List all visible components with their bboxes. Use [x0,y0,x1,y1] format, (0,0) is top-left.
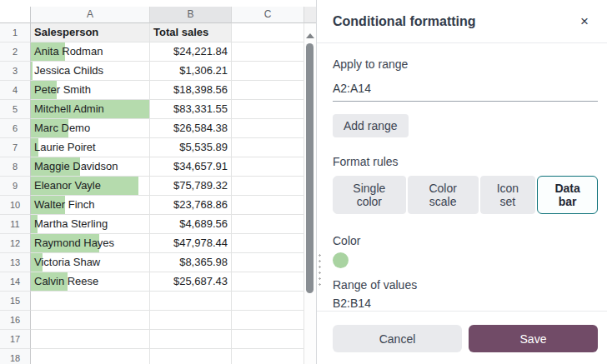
apply-to-range-input[interactable]: A2:A14 [333,82,598,102]
vertical-scrollbar[interactable] [304,7,316,364]
cell-c18[interactable] [232,349,304,364]
cell-c3[interactable] [232,62,304,81]
cell-b15[interactable] [150,292,232,311]
cell-b3[interactable]: $1,306.21 [150,62,232,81]
cell-a12[interactable]: Raymond Hayes [31,234,150,253]
cell-a2[interactable]: Anita Rodman [31,42,150,62]
cell-c6[interactable] [232,119,304,138]
add-range-button[interactable]: Add range [333,114,409,137]
cell-b14[interactable]: $25,687.43 [150,272,232,292]
row-number[interactable]: 9 [0,177,31,196]
cell-a18[interactable] [31,349,150,364]
column-header-c[interactable]: C [232,7,304,23]
cell-b18[interactable] [150,349,232,364]
cell-a6[interactable]: Marc Demo [31,119,150,138]
cell-c4[interactable] [232,81,304,100]
salesperson-name: Peter Smith [34,83,91,96]
cell-a16[interactable] [31,311,150,330]
cell-c5[interactable] [232,100,304,119]
cell-b6[interactable]: $26,584.38 [150,119,232,138]
cell-b13[interactable]: $8,365.98 [150,253,232,272]
save-button[interactable]: Save [469,325,598,352]
cell-a11[interactable]: Martha Sterling [31,215,150,234]
row-number[interactable]: 10 [0,196,31,215]
row-number[interactable]: 8 [0,157,31,177]
cell-a3[interactable]: Jessica Childs [31,62,150,81]
scrollbar-thumb[interactable] [306,43,314,293]
panel-header: Conditional formatting × [317,0,607,43]
cell-a15[interactable] [31,292,150,311]
cancel-button[interactable]: Cancel [333,325,462,352]
row-number[interactable]: 7 [0,138,31,157]
salesperson-name: Calvin Reese [34,275,98,287]
cell-c17[interactable] [232,330,304,349]
cell-b11[interactable]: $4,689.56 [150,215,232,234]
cell-b7[interactable]: $5,535.89 [150,138,232,157]
cell-a5[interactable]: Mitchell Admin [31,100,150,119]
cell-c16[interactable] [232,311,304,330]
cell-b12[interactable]: $47,978.44 [150,234,232,253]
row-number[interactable]: 12 [0,234,31,253]
cell-b10[interactable]: $23,768.86 [150,196,232,215]
tab-single-color[interactable]: Single color [333,176,406,214]
tab-data-bar[interactable]: Data bar [537,176,598,214]
cell-a13[interactable]: Victoria Shaw [31,253,150,272]
row-number[interactable]: 16 [0,311,31,330]
cell-a4[interactable]: Peter Smith [31,81,150,100]
format-rules-label: Format rules [333,155,598,168]
data-bar [31,62,33,80]
row-number[interactable]: 6 [0,119,31,138]
cell-a17[interactable] [31,330,150,349]
tab-icon-set[interactable]: Icon set [480,176,536,214]
cell-a14[interactable]: Calvin Reese [31,272,150,292]
cell-c12[interactable] [232,234,304,253]
conditional-formatting-panel: Conditional formatting × Apply to range … [316,0,607,364]
tab-color-scale[interactable]: Color scale [408,176,479,214]
cell-c10[interactable] [232,196,304,215]
select-all-corner[interactable] [0,7,31,23]
cell-c13[interactable] [232,253,304,272]
cell-c8[interactable] [232,157,304,177]
row-number[interactable]: 15 [0,292,31,311]
cell-a9[interactable]: Eleanor Vayle [31,177,150,196]
cell-b4[interactable]: $18,398.56 [150,81,232,100]
row-number[interactable]: 13 [0,253,31,272]
row-number[interactable]: 14 [0,272,31,292]
cell-a1[interactable]: Salesperson [31,23,150,42]
cell-c15[interactable] [232,292,304,311]
row-number[interactable]: 1 [0,23,31,42]
cell-b2[interactable]: $24,221.84 [150,42,232,62]
column-header-b[interactable]: B [150,7,232,23]
color-swatch[interactable] [333,252,349,268]
cell-b8[interactable]: $34,657.91 [150,157,232,177]
cell-b5[interactable]: $83,331.55 [150,100,232,119]
scroll-up-icon[interactable] [306,33,314,38]
row-number[interactable]: 4 [0,81,31,100]
cell-b17[interactable] [150,330,232,349]
cell-c14[interactable] [232,272,304,292]
column-header-a[interactable]: A [31,7,150,23]
cell-a10[interactable]: Walter Finch [31,196,150,215]
row-number[interactable]: 2 [0,42,31,62]
cell-c2[interactable] [232,42,304,62]
cell-c7[interactable] [232,138,304,157]
cell-b9[interactable]: $75,789.32 [150,177,232,196]
salesperson-name: Laurie Poiret [34,141,96,153]
row-number[interactable]: 5 [0,100,31,119]
scrollbar-header-patch [304,7,316,23]
color-label: Color [333,234,598,247]
row-number[interactable]: 18 [0,349,31,364]
cell-a8[interactable]: Maggie Davidson [31,157,150,177]
row-number[interactable]: 11 [0,215,31,234]
cell-b1[interactable]: Total sales [150,23,232,42]
cell-c9[interactable] [232,177,304,196]
panel-resize-handle[interactable] [319,252,321,289]
row-number[interactable]: 3 [0,62,31,81]
salesperson-name: Jessica Childs [34,64,103,77]
cell-c1[interactable] [232,23,304,42]
close-icon[interactable]: × [575,12,594,30]
cell-c11[interactable] [232,215,304,234]
cell-b16[interactable] [150,311,232,330]
row-number[interactable]: 17 [0,330,31,349]
cell-a7[interactable]: Laurie Poiret [31,138,150,157]
